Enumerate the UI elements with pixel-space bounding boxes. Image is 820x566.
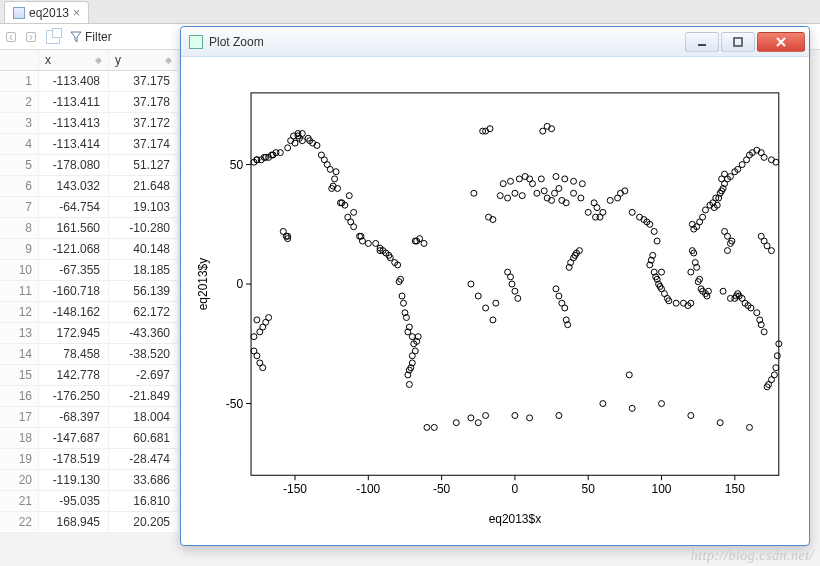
svg-point-63 (399, 293, 405, 299)
svg-point-119 (688, 269, 694, 275)
svg-point-263 (540, 128, 546, 134)
svg-point-257 (471, 190, 477, 196)
table-row[interactable]: 7-64.75419.103 (0, 197, 178, 218)
table-row[interactable]: 15142.778-2.697 (0, 365, 178, 386)
row-number: 20 (0, 470, 38, 490)
svg-point-99 (607, 197, 613, 203)
table-row[interactable]: 21-95.03516.810 (0, 491, 178, 512)
table-row[interactable]: 18-147.68760.681 (0, 428, 178, 449)
table-row[interactable]: 3-113.41337.172 (0, 113, 178, 134)
row-number: 15 (0, 365, 38, 385)
table-row[interactable]: 6143.03221.648 (0, 176, 178, 197)
filter-button[interactable]: Filter (70, 30, 112, 44)
svg-point-143 (724, 233, 730, 239)
svg-point-41 (254, 317, 260, 323)
table-row[interactable]: 20-119.13033.686 (0, 470, 178, 491)
svg-point-79 (490, 317, 496, 323)
svg-point-90 (552, 190, 558, 196)
cell-y: 18.004 (108, 407, 178, 427)
cell-x: 161.560 (38, 218, 108, 238)
svg-point-199 (508, 274, 514, 280)
svg-point-231 (562, 176, 568, 182)
cell-y: 33.686 (108, 470, 178, 490)
svg-point-45 (266, 315, 272, 321)
cell-y: -2.697 (108, 365, 178, 385)
cell-x: -113.413 (38, 113, 108, 133)
table-row[interactable]: 4-113.41437.174 (0, 134, 178, 155)
maximize-button[interactable] (721, 32, 755, 52)
row-number: 6 (0, 176, 38, 196)
svg-point-184 (431, 424, 437, 430)
svg-rect-1 (734, 38, 742, 46)
svg-point-204 (556, 293, 562, 299)
table-row[interactable]: 17-68.39718.004 (0, 407, 178, 428)
svg-point-96 (585, 209, 591, 215)
plot-title: Plot Zoom (209, 35, 683, 49)
svg-point-87 (541, 188, 547, 194)
table-row[interactable]: 13172.945-43.360 (0, 323, 178, 344)
svg-point-116 (673, 300, 679, 306)
row-number: 1 (0, 71, 38, 91)
table-row[interactable]: 22168.94520.205 (0, 512, 178, 533)
svg-point-193 (629, 405, 635, 411)
table-row[interactable]: 19-178.519-28.474 (0, 449, 178, 470)
cell-x: -121.068 (38, 239, 108, 259)
svg-point-240 (401, 300, 407, 306)
svg-point-86 (534, 190, 540, 196)
plot-area: -150-100-50050100150-50050eq2013$xeq2013… (191, 63, 799, 535)
svg-point-222 (594, 205, 600, 211)
minimize-button[interactable] (685, 32, 719, 52)
row-number: 12 (0, 302, 38, 322)
svg-point-109 (651, 228, 657, 234)
svg-point-166 (739, 162, 745, 168)
cell-x: 172.945 (38, 323, 108, 343)
svg-point-183 (424, 424, 430, 430)
plot-titlebar[interactable]: Plot Zoom (181, 27, 809, 57)
svg-point-52 (346, 193, 352, 199)
svg-point-197 (746, 424, 752, 430)
svg-point-82 (505, 195, 511, 201)
cell-y: 21.648 (108, 176, 178, 196)
cell-y: 62.172 (108, 302, 178, 322)
cell-x: 168.945 (38, 512, 108, 532)
popout-icon[interactable] (46, 30, 60, 44)
cell-y: 16.810 (108, 491, 178, 511)
table-row[interactable]: 8161.560-10.280 (0, 218, 178, 239)
table-row[interactable]: 1-113.40837.175 (0, 71, 178, 92)
svg-point-190 (527, 415, 533, 421)
svg-point-191 (556, 413, 562, 419)
back-button[interactable]: ‹ (6, 32, 16, 42)
table-row[interactable]: 16-176.250-21.849 (0, 386, 178, 407)
close-button[interactable] (757, 32, 805, 52)
table-row[interactable]: 10-67.35518.185 (0, 260, 178, 281)
svg-point-230 (553, 174, 559, 180)
table-row[interactable]: 11-160.71856.139 (0, 281, 178, 302)
data-grid: x◆ y◆ 1-113.40837.1752-113.41137.1783-11… (0, 50, 178, 533)
forward-button[interactable]: › (26, 32, 36, 42)
svg-point-182 (318, 152, 324, 158)
table-row[interactable]: 5-178.08051.127 (0, 155, 178, 176)
svg-point-81 (497, 193, 503, 199)
svg-point-39 (251, 334, 257, 340)
header-y[interactable]: y◆ (108, 50, 178, 70)
table-row[interactable]: 2-113.41137.178 (0, 92, 178, 113)
tab-eq2013[interactable]: eq2013 × (4, 1, 89, 23)
row-number: 21 (0, 491, 38, 511)
plot-window: Plot Zoom -150-100-50050100150-50050eq20… (180, 26, 810, 546)
svg-point-91 (556, 185, 562, 191)
svg-point-76 (468, 281, 474, 287)
svg-point-187 (475, 420, 481, 426)
svg-text:150: 150 (725, 482, 745, 496)
table-row[interactable]: 9-121.06840.148 (0, 239, 178, 260)
svg-text:-150: -150 (283, 482, 307, 496)
cell-x: -178.519 (38, 449, 108, 469)
table-row[interactable]: 1478.458-38.520 (0, 344, 178, 365)
svg-point-110 (654, 238, 660, 244)
table-row[interactable]: 12-148.16262.172 (0, 302, 178, 323)
tab-close-icon[interactable]: × (73, 6, 80, 20)
cell-y: 19.103 (108, 197, 178, 217)
header-x[interactable]: x◆ (38, 50, 108, 70)
svg-text:eq2013$x: eq2013$x (489, 512, 541, 526)
svg-point-224 (500, 181, 506, 187)
svg-point-206 (562, 305, 568, 311)
